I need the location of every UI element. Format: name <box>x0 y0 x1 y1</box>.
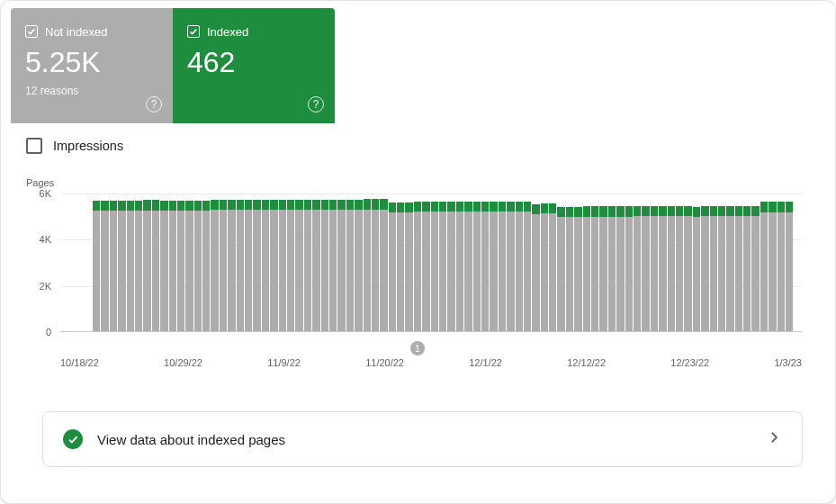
bar[interactable] <box>364 194 371 332</box>
bar[interactable] <box>211 194 218 332</box>
bar[interactable] <box>676 194 683 332</box>
bar[interactable] <box>726 194 733 332</box>
bar[interactable] <box>684 194 691 332</box>
bar[interactable] <box>557 194 564 332</box>
insight-label: View data about indexed pages <box>97 432 751 447</box>
y-tick-label: 0 <box>26 327 51 338</box>
bar[interactable] <box>279 194 286 332</box>
bar[interactable] <box>541 194 548 332</box>
bar[interactable] <box>786 194 793 332</box>
bar[interactable] <box>769 194 776 332</box>
bar[interactable] <box>532 194 539 332</box>
bar[interactable] <box>473 194 481 332</box>
bar[interactable] <box>566 194 573 332</box>
card-value: 462 <box>187 46 320 79</box>
bar[interactable] <box>346 194 354 332</box>
bar[interactable] <box>177 194 184 332</box>
bar[interactable] <box>414 194 421 332</box>
bar[interactable] <box>447 194 454 332</box>
bar[interactable] <box>372 194 379 332</box>
bar[interactable] <box>608 194 616 332</box>
bar[interactable] <box>659 194 666 332</box>
bar[interactable] <box>634 194 641 332</box>
bar[interactable] <box>583 194 590 332</box>
bar[interactable] <box>499 194 506 332</box>
bar[interactable] <box>127 194 134 332</box>
bar[interactable] <box>718 194 725 332</box>
bar[interactable] <box>516 194 523 332</box>
bar[interactable] <box>185 194 193 332</box>
bar[interactable] <box>651 194 658 332</box>
bar[interactable] <box>431 194 438 332</box>
bar[interactable] <box>464 194 472 332</box>
bar[interactable] <box>710 194 717 332</box>
bar[interactable] <box>295 194 302 332</box>
bar[interactable] <box>439 194 446 332</box>
bar[interactable] <box>93 194 100 332</box>
bar[interactable] <box>152 194 159 332</box>
bar[interactable] <box>337 194 345 332</box>
bar[interactable] <box>355 194 362 332</box>
bar[interactable] <box>668 194 675 332</box>
bar[interactable] <box>380 194 387 332</box>
bar[interactable] <box>524 194 531 332</box>
impressions-toggle-row: Impressions <box>26 138 123 154</box>
bar[interactable] <box>701 194 708 332</box>
bar[interactable] <box>599 194 607 332</box>
bar[interactable] <box>110 194 117 332</box>
bar[interactable] <box>118 194 125 332</box>
bar[interactable] <box>481 194 489 332</box>
bar[interactable] <box>456 194 463 332</box>
bar[interactable] <box>270 194 277 332</box>
bar[interactable] <box>616 194 624 332</box>
view-indexed-data-button[interactable]: View data about indexed pages <box>42 411 803 467</box>
bars <box>93 194 793 332</box>
bar[interactable] <box>751 194 759 332</box>
bar[interactable] <box>312 194 319 332</box>
annotation-marker[interactable]: 1 <box>410 341 425 356</box>
bar[interactable] <box>220 194 227 332</box>
bar[interactable] <box>735 194 742 332</box>
card-title: Not indexed <box>45 25 107 39</box>
bar[interactable] <box>237 194 244 332</box>
bar[interactable] <box>405 194 412 332</box>
bar[interactable] <box>693 194 700 332</box>
bar[interactable] <box>422 194 429 332</box>
bar[interactable] <box>143 194 150 332</box>
bar[interactable] <box>549 194 556 332</box>
help-icon[interactable]: ? <box>146 96 162 112</box>
bar[interactable] <box>287 194 294 332</box>
bar[interactable] <box>194 194 202 332</box>
bar[interactable] <box>778 194 785 332</box>
status-card-indexed[interactable]: Indexed 462 ? <box>173 8 335 123</box>
help-icon[interactable]: ? <box>308 96 324 112</box>
bar[interactable] <box>160 194 167 332</box>
bar[interactable] <box>101 194 108 332</box>
bar[interactable] <box>642 194 649 332</box>
bar[interactable] <box>253 194 260 332</box>
bar[interactable] <box>228 194 235 332</box>
impressions-checkbox[interactable] <box>26 138 42 154</box>
bar[interactable] <box>574 194 581 332</box>
bar[interactable] <box>760 194 768 332</box>
bar[interactable] <box>490 194 497 332</box>
bar[interactable] <box>304 194 311 332</box>
bar[interactable] <box>262 194 269 332</box>
bar[interactable] <box>507 194 514 332</box>
bar[interactable] <box>743 194 751 332</box>
bar[interactable] <box>625 194 633 332</box>
y-tick-label: 6K <box>26 188 51 199</box>
bar[interactable] <box>321 194 328 332</box>
bar[interactable] <box>591 194 598 332</box>
status-card-not-indexed[interactable]: Not indexed 5.25K 12 reasons ? <box>11 8 173 123</box>
bar[interactable] <box>135 194 142 332</box>
bar[interactable] <box>389 194 396 332</box>
bar[interactable] <box>329 194 337 332</box>
bar[interactable] <box>245 194 252 332</box>
card-value: 5.25K <box>25 46 158 79</box>
x-tick-label: 11/9/22 <box>267 357 301 368</box>
bar[interactable] <box>397 194 404 332</box>
bar[interactable] <box>202 194 210 332</box>
bar[interactable] <box>169 194 176 332</box>
chevron-right-icon <box>766 429 782 449</box>
